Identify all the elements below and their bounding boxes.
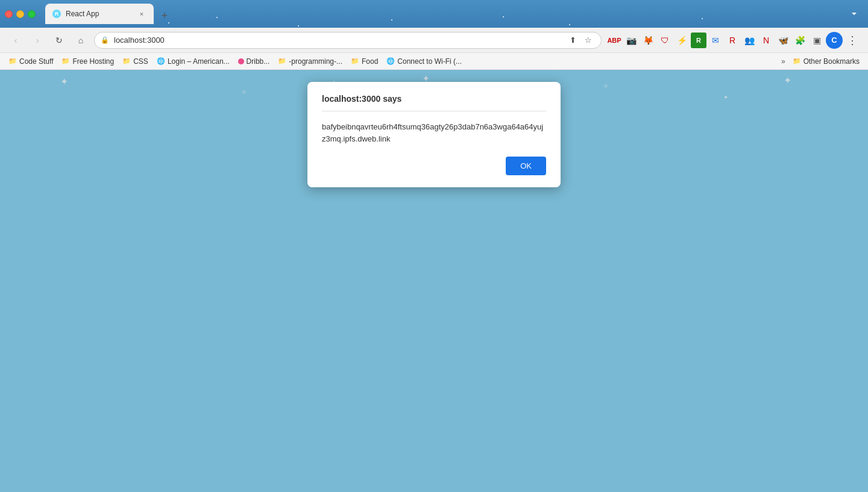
bookmark-dribb[interactable]: Dribb... [234, 56, 274, 67]
tab-menu-button[interactable] [845, 5, 863, 23]
refresh-button[interactable]: ↻ [51, 32, 68, 49]
active-tab[interactable]: R React App × [45, 4, 154, 24]
ext-icon-1[interactable]: 🦊 [640, 33, 656, 48]
folder-icon: 📁 [61, 57, 70, 65]
traffic-lights [5, 10, 36, 18]
folder-icon: 📁 [8, 57, 17, 65]
alert-dialog: localhost:3000 says bafybeibnqavrteu6rh4… [307, 82, 561, 187]
ext-icon-2[interactable]: 🛡 [657, 33, 673, 48]
folder-icon: 📁 [351, 57, 359, 65]
dialog-message: bafybeibnqavrteu6rh4ftsumq36agty26p3dab7… [322, 121, 546, 145]
bookmark-label: Food [362, 57, 378, 66]
dialog-footer: OK [322, 157, 546, 175]
bookmark-label: Code Stuff [19, 57, 53, 66]
ext-icon-7[interactable]: 👥 [741, 33, 757, 48]
address-actions: ⬆ ☆ [566, 34, 595, 47]
bookmark-label: CSS [133, 57, 148, 66]
lock-icon: 🔒 [101, 36, 109, 44]
profile-avatar[interactable]: C [826, 32, 843, 49]
ext-icon-4[interactable]: R [691, 33, 706, 48]
bookmark-label: Free Hosting [72, 57, 114, 66]
ext-icon-9[interactable]: 🦋 [775, 33, 791, 48]
bookmark-label: Login – American... [168, 57, 230, 66]
title-bar: R React App × + [0, 0, 868, 28]
folder-icon: 📁 [278, 57, 286, 65]
ok-button[interactable]: OK [506, 157, 546, 175]
bookmark-code-stuff[interactable]: 📁 Code Stuff [5, 56, 57, 67]
bookmark-free-hosting[interactable]: 📁 Free Hosting [58, 56, 118, 67]
bookmark-label: Dribb... [247, 57, 270, 66]
bookmarks-bar: 📁 Code Stuff 📁 Free Hosting 📁 CSS 🌐 Logi… [0, 53, 868, 70]
adblock-icon[interactable]: ABP [606, 33, 622, 48]
forward-icon: › [36, 36, 39, 45]
back-button[interactable]: ‹ [7, 32, 24, 49]
minimize-button[interactable] [16, 10, 24, 18]
refresh-icon: ↻ [55, 36, 63, 45]
ext-icon-6[interactable]: R [725, 33, 740, 48]
camera-icon[interactable]: 📷 [623, 33, 639, 48]
bookmarks-more-button[interactable]: » [779, 56, 788, 67]
address-bar[interactable]: 🔒 localhost:3000 ⬆ ☆ [94, 32, 602, 49]
close-button[interactable] [5, 10, 13, 18]
new-tab-button[interactable]: + [156, 7, 173, 24]
nav-right-icons: ABP 📷 🦊 🛡 ⚡ R ✉ R 👥 N 🦋 🧩 ▣ C ⋮ [606, 32, 861, 49]
dot-icon [238, 58, 244, 64]
dialog-title: localhost:3000 says [322, 94, 546, 111]
bookmark-css[interactable]: 📁 CSS [119, 56, 152, 67]
bookmark-login-american[interactable]: 🌐 Login – American... [153, 56, 233, 67]
nav-bar: ‹ › ↻ ⌂ 🔒 localhost:3000 ⬆ ☆ ABP 📷 🦊 🛡 [0, 28, 868, 53]
bookmark-label: -programming-... [289, 57, 342, 66]
bookmark-other[interactable]: 📁 Other Bookmarks [789, 56, 863, 67]
share-button[interactable]: ⬆ [566, 34, 579, 47]
folder-icon: 📁 [793, 57, 801, 65]
bookmark-connect-wifi[interactable]: 🌐 Connect to Wi-Fi (... [383, 56, 465, 67]
bookmark-label: Connect to Wi-Fi (... [397, 57, 462, 66]
ext-icon-5[interactable]: ✉ [708, 33, 723, 48]
globe-icon: 🌐 [386, 57, 395, 65]
bookmark-star-button[interactable]: ☆ [582, 34, 595, 47]
ext-icon-3[interactable]: ⚡ [674, 33, 690, 48]
back-icon: ‹ [14, 36, 17, 45]
puzzle-icon[interactable]: 🧩 [792, 33, 808, 48]
browser-window: R React App × + ‹ › ↻ ⌂ 🔒 localhost:3000 [0, 0, 868, 492]
folder-icon: 📁 [122, 57, 131, 65]
tab-favicon: R [52, 10, 61, 18]
home-button[interactable]: ⌂ [72, 32, 89, 49]
page-content: ✦ ✧ ✦ ✧ ✦ ✦ ✧ ✦ localhost:3000 says bafy… [0, 70, 868, 492]
tab-bar: R React App × + [40, 4, 840, 24]
bookmark-label: Other Bookmarks [804, 57, 860, 66]
bookmark-food[interactable]: 📁 Food [347, 56, 382, 67]
tab-close-button[interactable]: × [137, 9, 146, 19]
menu-button[interactable]: ⋮ [844, 32, 861, 49]
address-text: localhost:3000 [114, 36, 561, 45]
dialog-overlay: localhost:3000 says bafybeibnqavrteu6rh4… [0, 70, 868, 492]
sidebar-icon[interactable]: ▣ [809, 33, 825, 48]
maximize-button[interactable] [28, 10, 36, 18]
globe-icon: 🌐 [157, 57, 165, 65]
bookmark-programming[interactable]: 📁 -programming-... [274, 56, 346, 67]
ext-icon-8[interactable]: N [758, 33, 774, 48]
home-icon: ⌂ [78, 36, 83, 45]
forward-button[interactable]: › [29, 32, 46, 49]
tab-title: React App [66, 10, 132, 18]
